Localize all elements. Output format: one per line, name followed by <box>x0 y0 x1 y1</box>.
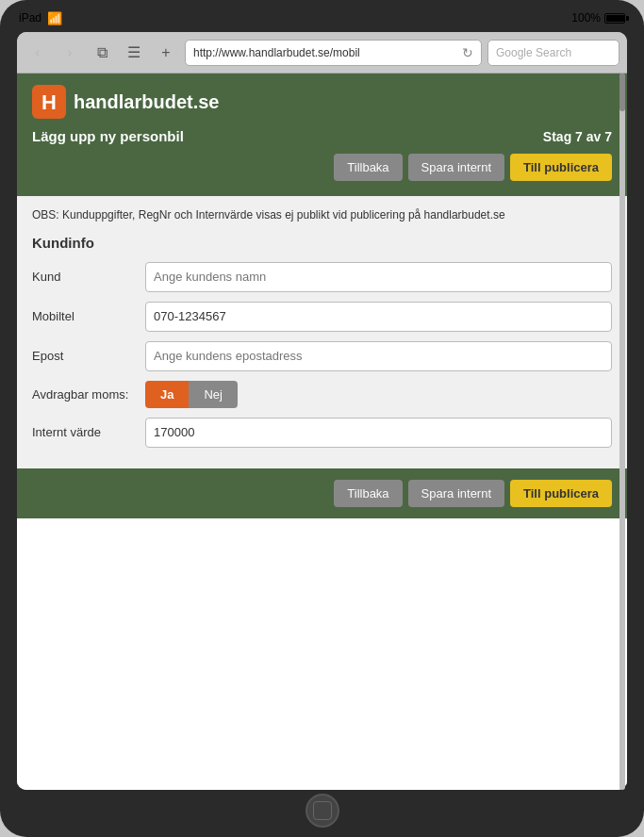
header-row: Lägg upp ny personbil Stag 7 av 7 <box>32 128 612 144</box>
wifi-icon: 📶 <box>47 11 62 25</box>
bookmarks-icon: ☰ <box>127 43 140 61</box>
bookmarks-button[interactable]: ☰ <box>121 40 147 66</box>
main-content: OBS: Kunduppgifter, RegNr och Internvärd… <box>17 196 627 468</box>
footer-publicera-button[interactable]: Till publicera <box>510 480 612 507</box>
battery-fill <box>606 15 624 22</box>
search-bar[interactable]: Google Search <box>487 40 619 66</box>
logo-icon: H <box>32 85 66 119</box>
status-bar: iPad 📶 100% <box>19 8 625 28</box>
internt-input[interactable] <box>145 418 612 448</box>
tab-icon: ⧉ <box>97 44 107 61</box>
footer-buttons: Tillbaka Spara internt Till publicera <box>32 480 612 507</box>
ja-button[interactable]: Ja <box>145 381 189 408</box>
internt-label: Internt värde <box>32 425 145 439</box>
forward-icon: › <box>67 44 72 61</box>
device-name: iPad <box>19 11 41 25</box>
ipad-frame: iPad 📶 100% ‹ › ⧉ ☰ + <box>0 0 644 837</box>
search-placeholder: Google Search <box>496 46 571 59</box>
logo-area: H handlarbudet.se <box>32 85 612 119</box>
nej-button[interactable]: Nej <box>189 381 238 408</box>
header-buttons: Tillbaka Spara internt Till publicera <box>32 154 612 181</box>
home-button-inner <box>313 801 332 820</box>
home-button[interactable] <box>305 794 339 828</box>
battery-icon <box>604 13 625 24</box>
back-button[interactable]: ‹ <box>25 40 51 66</box>
footer-tillbaka-button[interactable]: Tillbaka <box>334 480 402 507</box>
logo-text: handlarbudet.se <box>74 91 219 113</box>
kund-label: Kund <box>32 270 145 284</box>
footer-spara-button[interactable]: Spara internt <box>408 480 504 507</box>
forward-button[interactable]: › <box>57 40 83 66</box>
section-title: Kundinfo <box>32 235 612 251</box>
epost-row: Epost <box>32 341 612 371</box>
site-content: H handlarbudet.se Lägg upp ny personbil … <box>17 74 627 790</box>
url-bar[interactable]: http://www.handlarbudet.se/mobil ↻ <box>185 40 482 66</box>
kund-input[interactable] <box>145 262 612 292</box>
toggle-group: Ja Nej <box>145 381 238 408</box>
mobiltel-row: Mobiltel <box>32 302 612 332</box>
svg-text:H: H <box>41 90 57 114</box>
nav-bar: ‹ › ⧉ ☰ + http://www.handlarbudet.se/mob… <box>17 32 627 74</box>
status-left: iPad 📶 <box>19 11 62 25</box>
internt-row: Internt värde <box>32 418 612 448</box>
status-right: 100% <box>571 11 625 25</box>
browser-chrome: ‹ › ⧉ ☰ + http://www.handlarbudet.se/mob… <box>17 32 627 790</box>
epost-input[interactable] <box>145 341 612 371</box>
page-title: Lägg upp ny personbil <box>32 128 184 144</box>
mobiltel-input[interactable] <box>145 302 612 332</box>
obs-text: OBS: Kunduppgifter, RegNr och Internvärd… <box>32 207 612 223</box>
battery-percent: 100% <box>571 11 601 25</box>
tab-button[interactable]: ⧉ <box>89 40 115 66</box>
header-tillbaka-button[interactable]: Tillbaka <box>334 154 402 181</box>
scrollbar-track[interactable] <box>619 74 625 790</box>
add-tab-button[interactable]: + <box>153 40 179 66</box>
scrollbar-thumb[interactable] <box>619 74 625 111</box>
mobiltel-label: Mobiltel <box>32 309 145 323</box>
site-header: H handlarbudet.se Lägg upp ny personbil … <box>17 74 627 196</box>
header-publicera-button[interactable]: Till publicera <box>510 154 612 181</box>
epost-label: Epost <box>32 349 145 363</box>
kund-row: Kund <box>32 262 612 292</box>
webpage[interactable]: H handlarbudet.se Lägg upp ny personbil … <box>17 74 627 790</box>
step-info: Stag 7 av 7 <box>543 129 612 144</box>
avdragbar-label: Avdragbar moms: <box>32 387 145 402</box>
refresh-icon[interactable]: ↻ <box>462 45 473 60</box>
back-icon: ‹ <box>35 44 40 61</box>
header-spara-button[interactable]: Spara internt <box>408 154 504 181</box>
url-text: http://www.handlarbudet.se/mobil <box>193 46 462 59</box>
avdragbar-row: Avdragbar moms: Ja Nej <box>32 381 612 408</box>
add-icon: + <box>161 44 170 61</box>
site-footer: Tillbaka Spara internt Till publicera <box>17 468 627 518</box>
